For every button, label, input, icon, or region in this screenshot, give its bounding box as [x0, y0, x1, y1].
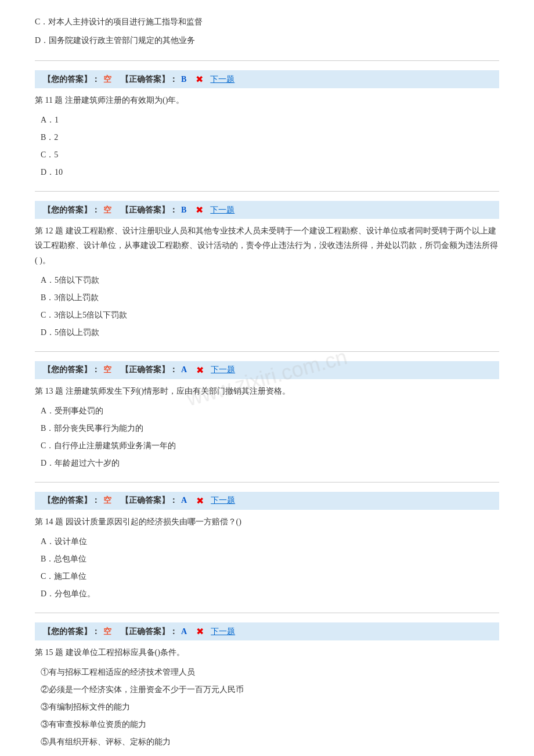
wrong-icon-13: ✖ — [196, 365, 204, 376]
sub-item-15-2: ②必须是一个经济实体，注册资金不少于一百万元人民币 — [41, 682, 499, 698]
question-title-14: 第 14 题 园设计质量原因引起的经济损失由哪一方赔偿？() — [35, 514, 499, 529]
divider-13 — [35, 482, 499, 483]
next-link-12[interactable]: 下一题 — [210, 205, 234, 215]
sub-item-15-5: ⑤具有组织开标、评标、定标的能力 — [41, 734, 499, 750]
question-title-11: 第 11 题 注册建筑师注册的有效期为()年。 — [35, 93, 499, 107]
next-link-14[interactable]: 下一题 — [211, 495, 235, 506]
option-11-d: D．10 — [41, 164, 499, 181]
page-content: C．对本人主持设计的项目进行施工指导和监督 D．国务院建设行政主管部门规定的其他… — [0, 0, 534, 756]
question-block-11: 【您的答案】： 空 【正确答案】： B ✖ 下一题 第 11 题 注册建筑师注册… — [35, 70, 499, 181]
correct-value-14: A — [181, 496, 187, 505]
question-title-12: 第 12 题 建设工程勘察、设计注册职业人员和其他专业技术人员未受聘于一个建设工… — [35, 224, 499, 268]
option-12-c: C．3倍以上5倍以下罚款 — [41, 307, 499, 323]
answer-bar-15: 【您的答案】： 空 【正确答案】： A ✖ 下一题 — [35, 622, 499, 640]
options-14: A．设计单位 B．总包单位 C．施工单位 D．分包单位。 — [41, 534, 499, 602]
divider-11 — [35, 191, 499, 192]
option-13-c: C．自行停止注册建筑师业务满一年的 — [41, 438, 499, 454]
correct-value-13: A — [181, 365, 187, 375]
your-answer-label-14: 【您的答案】： — [43, 495, 100, 506]
your-answer-value-14: 空 — [103, 495, 111, 506]
question-title-15: 第 15 题 建设单位工程招标应具备()条件。 — [35, 645, 499, 660]
option-11-b: B．2 — [41, 129, 499, 146]
next-link-11[interactable]: 下一题 — [210, 74, 234, 85]
your-answer-label-12: 【您的答案】： — [43, 205, 100, 215]
correct-label-13: 【正确答案】： — [121, 365, 178, 375]
correct-value-11: B — [181, 75, 186, 84]
wrong-icon-12: ✖ — [196, 204, 203, 215]
intro-option-c: C．对本人主持设计的项目进行施工指导和监督 — [35, 14, 499, 30]
option-12-a: A．5倍以下罚款 — [41, 272, 499, 289]
option-13-d: D．年龄超过六十岁的 — [41, 455, 499, 471]
sub-items-15: ①有与招标工程相适应的经济技术管理人员 ②必须是一个经济实体，注册资金不少于一百… — [41, 664, 499, 750]
option-11-a: A．1 — [41, 112, 499, 128]
options-13: A．受刑事处罚的 B．部分丧失民事行为能力的 C．自行停止注册建筑师业务满一年的… — [41, 403, 499, 471]
your-answer-label-11: 【您的答案】： — [43, 74, 100, 85]
divider-14 — [35, 613, 499, 613]
answer-bar-11: 【您的答案】： 空 【正确答案】： B ✖ 下一题 — [35, 70, 499, 88]
wrong-icon-15: ✖ — [196, 626, 204, 637]
option-14-b: B．总包单位 — [41, 551, 499, 567]
option-14-a: A．设计单位 — [41, 534, 499, 550]
wrong-icon-14: ✖ — [196, 495, 204, 506]
option-14-d: D．分包单位。 — [41, 586, 499, 602]
intro-option-d: D．国务院建设行政主管部门规定的其他业务 — [35, 33, 499, 49]
options-11: A．1 B．2 C．5 D．10 — [41, 112, 499, 181]
option-13-b: B．部分丧失民事行为能力的 — [41, 420, 499, 437]
option-14-c: C．施工单位 — [41, 568, 499, 585]
your-answer-value-13: 空 — [103, 365, 111, 375]
option-12-b: B．3倍以上罚款 — [41, 290, 499, 306]
sub-item-15-4: ③有审查投标单位资质的能力 — [41, 717, 499, 733]
divider-top — [35, 60, 499, 61]
sub-item-15-1: ①有与招标工程相适应的经济技术管理人员 — [41, 664, 499, 681]
correct-value-12: B — [181, 206, 186, 215]
options-15: A．①②③④⑤ B．①②③④ — [41, 753, 499, 756]
option-11-c: C．5 — [41, 147, 499, 163]
options-12: A．5倍以下罚款 B．3倍以上罚款 C．3倍以上5倍以下罚款 D．5倍以上罚款 — [41, 272, 499, 341]
wrong-icon-11: ✖ — [196, 74, 203, 85]
answer-bar-14: 【您的答案】： 空 【正确答案】： A ✖ 下一题 — [35, 492, 499, 510]
correct-label-14: 【正确答案】： — [121, 495, 178, 506]
correct-label-12: 【正确答案】： — [121, 205, 178, 215]
option-13-a: A．受刑事处罚的 — [41, 403, 499, 419]
question-title-13: 第 13 题 注册建筑师发生下列()情形时，应由有关部门撤销其注册资格。 — [35, 384, 499, 398]
option-12-d: D．5倍以上罚款 — [41, 325, 499, 341]
question-block-12: 【您的答案】： 空 【正确答案】： B ✖ 下一题 第 12 题 建设工程勘察、… — [35, 201, 499, 341]
answer-bar-13: 【您的答案】： 空 【正确答案】： A ✖ 下一题 — [35, 361, 499, 379]
your-answer-label-15: 【您的答案】： — [43, 627, 100, 637]
next-link-13[interactable]: 下一题 — [211, 365, 235, 375]
divider-12 — [35, 351, 499, 352]
correct-label-11: 【正确答案】： — [121, 74, 178, 85]
intro-options: C．对本人主持设计的项目进行施工指导和监督 D．国务院建设行政主管部门规定的其他… — [35, 14, 499, 49]
question-block-15: 【您的答案】： 空 【正确答案】： A ✖ 下一题 第 15 题 建设单位工程招… — [35, 622, 499, 756]
correct-label-15: 【正确答案】： — [121, 627, 178, 637]
next-link-15[interactable]: 下一题 — [211, 627, 235, 637]
your-answer-value-12: 空 — [103, 205, 111, 215]
your-answer-value-15: 空 — [103, 627, 111, 637]
sub-item-15-3: ③有编制招标文件的能力 — [41, 699, 499, 715]
option-15-a: A．①②③④⑤ — [41, 753, 499, 756]
answer-bar-12: 【您的答案】： 空 【正确答案】： B ✖ 下一题 — [35, 201, 499, 219]
correct-value-15: A — [181, 627, 187, 636]
your-answer-label-13: 【您的答案】： — [43, 365, 100, 375]
question-block-13: 【您的答案】： 空 【正确答案】： A ✖ 下一题 第 13 题 注册建筑师发生… — [35, 361, 499, 471]
question-block-14: 【您的答案】： 空 【正确答案】： A ✖ 下一题 第 14 题 园设计质量原因… — [35, 492, 499, 602]
your-answer-value-11: 空 — [103, 74, 111, 85]
